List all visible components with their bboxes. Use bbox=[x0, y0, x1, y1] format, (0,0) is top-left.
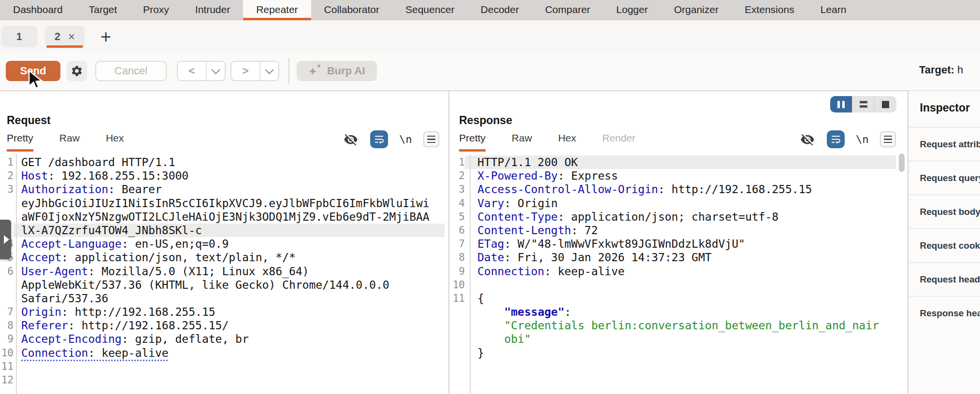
code-line[interactable]: 6User-Agent: Mozilla/5.0 (X11; Linux x86… bbox=[0, 265, 445, 278]
history-forward-button[interactable]: > bbox=[231, 62, 260, 80]
response-scrollbar[interactable] bbox=[899, 154, 905, 172]
code-line[interactable]: 4Accept-Language: en-US,en;q=0.9 bbox=[0, 237, 445, 251]
code-line[interactable]: 9Connection: keep-alive bbox=[451, 265, 896, 278]
code-line[interactable]: 11 bbox=[0, 360, 445, 373]
menu-item-decoder[interactable]: Decoder bbox=[468, 0, 532, 20]
menu-item-target[interactable]: Target bbox=[76, 0, 130, 20]
code-line[interactable]: 3Authorization: Bearer bbox=[0, 183, 445, 196]
menu-item-collaborator[interactable]: Collaborator bbox=[311, 0, 392, 20]
session-tab-2[interactable]: 2× bbox=[45, 26, 85, 47]
inspector-section-request-headers[interactable]: Request headers bbox=[908, 262, 980, 296]
code-line[interactable]: AppleWebKit/537.36 (KHTML, like Gecko) C… bbox=[0, 278, 445, 292]
code-line[interactable]: 9Accept-Encoding: gzip, deflate, br bbox=[0, 332, 445, 346]
inspector-section-response-headers[interactable]: Response headers bbox=[908, 296, 980, 330]
code-segment: : gzip, deflate, br bbox=[122, 333, 249, 345]
menu-item-organizer[interactable]: Organizer bbox=[661, 0, 732, 20]
code-text: User-Agent: Mozilla/5.0 (X11; Linux x86_… bbox=[14, 265, 445, 278]
cancel-button[interactable]: Cancel bbox=[95, 61, 167, 81]
menu-item-intruder[interactable]: Intruder bbox=[182, 0, 243, 20]
code-line[interactable]: 11{ bbox=[451, 292, 896, 305]
menu-item-dashboard[interactable]: Dashboard bbox=[0, 0, 76, 20]
response-tab-hex[interactable]: Hex bbox=[558, 132, 576, 152]
menu-item-logger[interactable]: Logger bbox=[603, 0, 661, 20]
burp-ai-button[interactable]: ✦ ✦ Burp AI bbox=[297, 61, 377, 81]
request-editor[interactable]: 1GET /dashboard HTTP/1.12Host: 192.168.2… bbox=[0, 154, 445, 394]
code-segment: Referer bbox=[21, 319, 68, 332]
session-tab-1[interactable]: 1 bbox=[1, 26, 37, 47]
code-line[interactable]: 7Origin: http://192.168.255.15 bbox=[0, 305, 445, 319]
response-editor[interactable]: 1HTTP/1.1 200 OK2X-Powered-By: Express3A… bbox=[451, 154, 896, 394]
line-number: 11 bbox=[451, 292, 465, 305]
code-line[interactable]: "message": bbox=[451, 305, 896, 319]
send-settings-button[interactable] bbox=[67, 61, 87, 81]
menu-item-learn[interactable]: Learn bbox=[807, 0, 860, 20]
send-button[interactable]: Send bbox=[6, 61, 60, 81]
newline-icon[interactable]: \n bbox=[856, 133, 869, 145]
close-icon[interactable]: × bbox=[68, 30, 75, 43]
line-number bbox=[451, 305, 465, 319]
code-line[interactable]: 8Referer: http://192.168.255.15/ bbox=[0, 319, 445, 332]
request-tab-hex[interactable]: Hex bbox=[106, 132, 124, 152]
inspector-section-request-body-parameters[interactable]: Request body parameters bbox=[908, 195, 980, 228]
word-wrap-icon[interactable] bbox=[827, 130, 845, 148]
code-line[interactable]: aWF0IjoxNzY5NzgwOTI2LCJleHAiOjE3Njk3ODQ1… bbox=[0, 210, 445, 224]
code-line[interactable]: obi" bbox=[451, 332, 896, 346]
response-tab-raw[interactable]: Raw bbox=[512, 132, 532, 152]
menu-item-extensions[interactable]: Extensions bbox=[732, 0, 807, 20]
word-wrap-icon[interactable] bbox=[370, 130, 388, 148]
code-line[interactable]: "Credentials berlin:conversation_between… bbox=[451, 319, 896, 332]
code-line[interactable]: 3Access-Control-Allow-Origin: http://192… bbox=[451, 183, 896, 196]
code-line[interactable]: 10 bbox=[451, 278, 896, 292]
code-line[interactable]: } bbox=[451, 346, 896, 360]
history-back-dropdown[interactable] bbox=[207, 62, 225, 80]
code-line[interactable]: 1HTTP/1.1 200 OK bbox=[451, 155, 896, 169]
code-line[interactable]: eyJhbGciOiJIUzI1NiIsInR5cCI6IkpXVCJ9.eyJ… bbox=[0, 197, 445, 210]
code-text: Connection: keep-alive bbox=[465, 265, 896, 278]
response-tab-pretty[interactable]: Pretty bbox=[459, 132, 486, 152]
code-line[interactable]: 7ETag: W/"48-lmWwVFxkwt89JGIWnDdzLk8dVjU… bbox=[451, 237, 896, 251]
code-line[interactable]: 12 bbox=[0, 373, 445, 387]
code-line[interactable]: 2Host: 192.168.255.15:3000 bbox=[0, 169, 445, 183]
menu-icon[interactable] bbox=[880, 131, 896, 147]
code-segment: X-Powered-By bbox=[477, 169, 558, 182]
line-number bbox=[451, 332, 465, 346]
single-view-square-icon[interactable] bbox=[874, 96, 896, 113]
request-editor-tabs: PrettyRawHex bbox=[7, 132, 124, 152]
menu-item-comparer[interactable]: Comparer bbox=[532, 0, 603, 20]
panel-divider[interactable] bbox=[448, 91, 449, 394]
split-columns-pause-icon[interactable] bbox=[830, 96, 852, 113]
code-line[interactable]: 8Date: Fri, 30 Jan 2026 14:37:23 GMT bbox=[451, 251, 896, 264]
code-line[interactable]: lX-A7QZzrfu4TOW4_JNbh8SKl-c bbox=[0, 224, 445, 237]
code-line[interactable]: Safari/537.36 bbox=[0, 292, 445, 305]
code-line[interactable]: 1GET /dashboard HTTP/1.1 bbox=[0, 155, 445, 169]
code-text: Accept: application/json, text/plain, */… bbox=[14, 251, 445, 264]
response-tab-render[interactable]: Render bbox=[602, 132, 635, 152]
split-rows-icon[interactable] bbox=[852, 96, 874, 113]
inspector-section-request-attributes[interactable]: Request attributes bbox=[908, 127, 980, 161]
code-line[interactable]: 4Vary: Origin bbox=[451, 197, 896, 210]
request-tab-raw[interactable]: Raw bbox=[59, 132, 80, 152]
menu-item-sequencer[interactable]: Sequencer bbox=[392, 0, 468, 20]
code-line[interactable]: 5Content-Type: application/json; charset… bbox=[451, 210, 896, 224]
line-number: 4 bbox=[451, 197, 465, 210]
menu-icon[interactable] bbox=[423, 131, 439, 147]
eye-off-icon[interactable] bbox=[343, 131, 359, 148]
request-tab-pretty[interactable]: Pretty bbox=[7, 132, 33, 152]
newline-icon[interactable]: \n bbox=[399, 133, 412, 145]
history-back-button[interactable]: < bbox=[178, 62, 207, 80]
inspector-section-request-query-parameters[interactable]: Request query parameters bbox=[908, 161, 980, 195]
history-forward-dropdown[interactable] bbox=[260, 62, 278, 80]
code-line[interactable]: 2X-Powered-By: Express bbox=[451, 169, 896, 183]
code-segment: HTTP/1.1 200 OK bbox=[477, 156, 578, 169]
code-line[interactable]: 10Connection: keep-alive bbox=[0, 346, 445, 360]
code-line[interactable]: 6Content-Length: 72 bbox=[451, 224, 896, 237]
code-line[interactable]: 5Accept: application/json, text/plain, *… bbox=[0, 251, 445, 264]
menu-item-proxy[interactable]: Proxy bbox=[130, 0, 182, 20]
inspector-section-request-cookies[interactable]: Request cookies bbox=[908, 228, 980, 262]
menu-item-repeater[interactable]: Repeater bbox=[243, 0, 311, 20]
code-text: Safari/537.36 bbox=[14, 292, 445, 305]
eye-off-icon[interactable] bbox=[799, 131, 816, 148]
code-segment: Authorization bbox=[21, 183, 108, 196]
expand-panel-handle[interactable] bbox=[0, 220, 11, 259]
add-tab-button[interactable]: + bbox=[95, 26, 116, 47]
